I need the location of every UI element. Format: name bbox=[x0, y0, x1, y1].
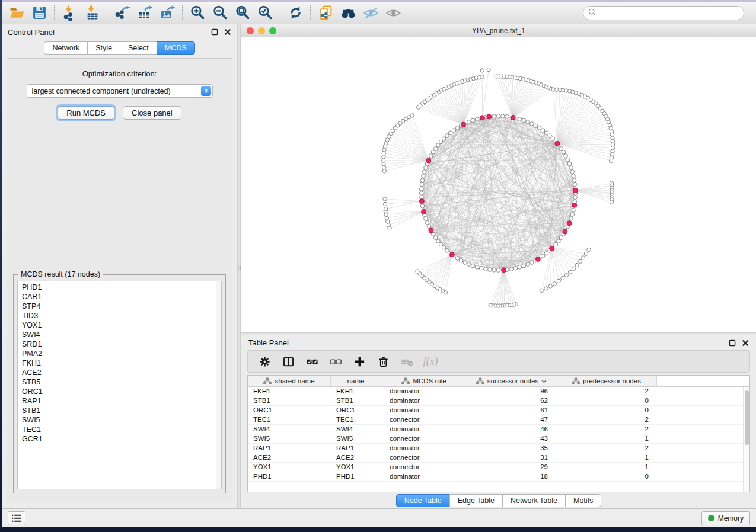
window-close-icon[interactable] bbox=[247, 27, 254, 34]
import-network-icon[interactable] bbox=[58, 4, 81, 23]
search-icon bbox=[588, 8, 599, 18]
tab-style[interactable]: Style bbox=[87, 41, 120, 55]
export-network-icon[interactable] bbox=[111, 4, 133, 23]
network-canvas[interactable] bbox=[241, 37, 756, 332]
zoom-selected-icon[interactable] bbox=[254, 4, 276, 23]
mcds-result-item[interactable]: GCR1 bbox=[22, 434, 221, 444]
zoom-in-icon[interactable] bbox=[186, 4, 209, 23]
float-table-panel-icon[interactable] bbox=[728, 339, 736, 347]
table-row[interactable]: YOX1YOX1connector291 bbox=[248, 463, 749, 472]
table-scrollbar[interactable] bbox=[743, 387, 749, 492]
attribute-type-icon bbox=[572, 377, 580, 384]
cell-shared-name: SWI5 bbox=[248, 434, 331, 443]
tab-select[interactable]: Select bbox=[120, 41, 157, 55]
table-body: FKH1FKH1dominator962STB1STB1dominator620… bbox=[248, 387, 749, 492]
gear-icon[interactable] bbox=[254, 352, 275, 370]
zoom-out-icon[interactable] bbox=[209, 4, 231, 23]
mcds-result-item[interactable]: TEC1 bbox=[22, 425, 221, 434]
export-table-icon[interactable] bbox=[133, 4, 156, 23]
import-table-icon[interactable] bbox=[81, 4, 103, 23]
close-table-panel-icon[interactable] bbox=[741, 339, 749, 347]
table-row[interactable]: RAP1RAP1dominator352 bbox=[248, 444, 749, 453]
close-panel-button[interactable]: Close panel bbox=[123, 106, 181, 120]
table-row[interactable]: SWI4SWI4dominator462 bbox=[248, 425, 749, 434]
mcds-result-item[interactable]: STP4 bbox=[22, 302, 221, 311]
tab-motifs[interactable]: Motifs bbox=[565, 494, 601, 507]
column-header-MCDS-role[interactable]: MCDS role bbox=[381, 376, 467, 386]
mcds-result-item[interactable]: FKH1 bbox=[22, 358, 221, 368]
select-stepper-icon bbox=[201, 86, 211, 96]
delete-column-icon[interactable] bbox=[372, 352, 394, 370]
zoom-fit-icon[interactable] bbox=[231, 4, 254, 23]
attribute-type-icon bbox=[401, 377, 410, 384]
tab-network[interactable]: Network bbox=[44, 41, 88, 55]
mcds-result-item[interactable]: RAP1 bbox=[22, 396, 221, 406]
table-row[interactable]: SWI5SWI5connector431 bbox=[248, 434, 749, 444]
tab-mcds[interactable]: MCDS bbox=[157, 41, 195, 55]
table-row[interactable]: PHD1PHD1dominator180 bbox=[248, 472, 749, 482]
add-column-icon[interactable] bbox=[349, 352, 370, 370]
show-all-icon[interactable] bbox=[382, 4, 404, 23]
window-zoom-icon[interactable] bbox=[269, 27, 276, 34]
table-row[interactable]: ACE2ACE2connector311 bbox=[248, 453, 749, 463]
mcds-result-item[interactable]: PHD1 bbox=[22, 283, 221, 292]
table-scrollbar-thumb[interactable] bbox=[745, 390, 749, 445]
result-list-scrollbar[interactable] bbox=[216, 281, 221, 489]
column-header-shared-name[interactable]: shared name bbox=[248, 376, 331, 386]
mcds-result-item[interactable]: ORC1 bbox=[22, 387, 221, 396]
mcds-result-item[interactable]: YOX1 bbox=[22, 321, 221, 330]
mcds-result-item[interactable]: ACE2 bbox=[22, 368, 221, 377]
cell-MCDS-role: dominator bbox=[381, 406, 467, 415]
splitter-grab-icon[interactable] bbox=[238, 265, 241, 270]
vertical-splitter[interactable] bbox=[237, 24, 241, 508]
window-minimize-icon[interactable] bbox=[258, 27, 265, 34]
close-panel-icon[interactable] bbox=[224, 28, 231, 36]
run-mcds-button[interactable]: Run MCDS bbox=[58, 106, 114, 120]
open-file-icon[interactable] bbox=[5, 4, 28, 23]
cell-MCDS-role: dominator bbox=[381, 396, 467, 405]
table-row[interactable]: ORC1ORC1dominator610 bbox=[248, 406, 749, 415]
tab-edge-table[interactable]: Edge Table bbox=[449, 494, 503, 507]
attribute-type-icon bbox=[476, 377, 484, 384]
search-box[interactable] bbox=[583, 6, 744, 20]
optimization-criterion-select[interactable]: largest connected component (undirected) bbox=[27, 84, 213, 98]
cell-shared-name: ACE2 bbox=[248, 453, 331, 462]
panel-menu-icon[interactable] bbox=[8, 511, 25, 525]
cell-predecessor-nodes: 1 bbox=[556, 453, 657, 462]
mcds-result-item[interactable]: PMA2 bbox=[22, 349, 221, 358]
refresh-icon[interactable] bbox=[284, 4, 307, 23]
sort-desc-icon bbox=[541, 377, 547, 384]
cell-MCDS-role: dominator bbox=[381, 472, 467, 481]
mcds-result-item[interactable]: CAR1 bbox=[22, 292, 221, 302]
duplicate-network-icon[interactable] bbox=[314, 4, 337, 23]
tab-node-table[interactable]: Node Table bbox=[396, 494, 450, 507]
table-row[interactable]: TEC1TEC1connector472 bbox=[248, 415, 749, 425]
select-all-icon[interactable] bbox=[301, 352, 323, 370]
mcds-result-item[interactable]: STB5 bbox=[22, 377, 221, 387]
cell-name: RAP1 bbox=[331, 444, 381, 453]
mcds-result-item[interactable]: SWI5 bbox=[22, 415, 221, 425]
column-header-predecessor-nodes[interactable]: predecessor nodes bbox=[556, 376, 657, 386]
hide-selected-icon[interactable] bbox=[359, 4, 382, 23]
search-network-icon[interactable] bbox=[337, 4, 359, 23]
mcds-result-item[interactable]: TID3 bbox=[22, 311, 221, 321]
search-input[interactable] bbox=[599, 9, 739, 17]
control-panel-title: Control Panel bbox=[8, 28, 55, 37]
memory-button[interactable]: Memory bbox=[701, 511, 750, 525]
mcds-result-list[interactable]: PHD1CAR1STP4TID3YOX1SWI4SRD1PMA2FKH1ACE2… bbox=[17, 281, 222, 489]
export-image-icon[interactable] bbox=[156, 4, 178, 23]
cell-shared-name: RAP1 bbox=[248, 444, 331, 453]
float-panel-icon[interactable] bbox=[210, 28, 218, 36]
mcds-result-item[interactable]: SWI4 bbox=[22, 330, 221, 339]
save-icon[interactable] bbox=[28, 4, 50, 23]
mcds-result-item[interactable]: STB1 bbox=[22, 406, 221, 415]
column-header-successor-nodes[interactable]: successor nodes bbox=[467, 376, 556, 386]
tab-network-table[interactable]: Network Table bbox=[502, 494, 566, 507]
table-row[interactable]: STB1STB1dominator620 bbox=[248, 396, 749, 406]
mcds-result-item[interactable]: SRD1 bbox=[22, 339, 221, 349]
deselect-all-icon[interactable] bbox=[325, 352, 346, 370]
column-header-name[interactable]: name bbox=[331, 376, 381, 386]
table-row[interactable]: FKH1FKH1dominator962 bbox=[248, 387, 749, 396]
network-window-titlebar[interactable]: YPA_prune.txt_1 bbox=[241, 24, 756, 37]
split-panel-icon[interactable] bbox=[277, 352, 299, 370]
